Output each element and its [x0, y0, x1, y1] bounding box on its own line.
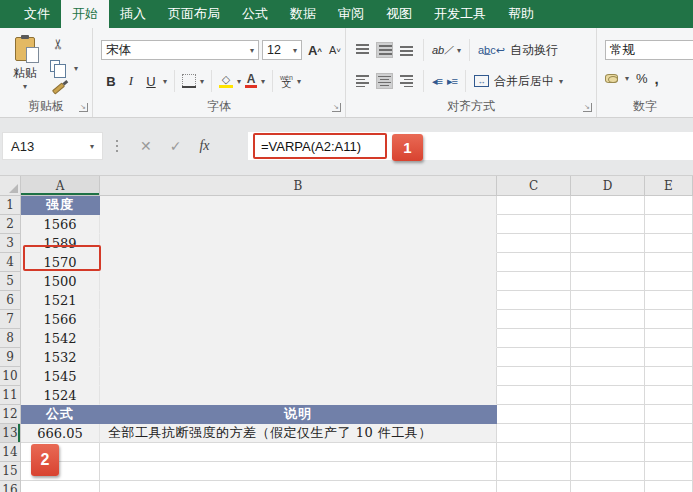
cell-E6[interactable]: [645, 291, 693, 310]
copy-button[interactable]: [50, 60, 60, 72]
cell-A2[interactable]: 1566: [21, 215, 100, 234]
ribbon-tab-6[interactable]: 审阅: [327, 0, 375, 28]
cell-D12[interactable]: [571, 405, 645, 424]
phonetic-guide-button[interactable]: wén文: [280, 75, 293, 87]
cell-E15[interactable]: [645, 462, 693, 481]
ribbon-tab-7[interactable]: 视图: [375, 0, 423, 28]
dialog-launcher-icon[interactable]: ↘: [332, 103, 341, 112]
cancel-icon[interactable]: ✕: [140, 138, 152, 154]
cell-E13[interactable]: [645, 424, 693, 443]
cell-B7[interactable]: [100, 310, 497, 329]
row-header-7[interactable]: 7: [0, 310, 21, 329]
ribbon-tab-3[interactable]: 页面布局: [157, 0, 231, 28]
cell-C9[interactable]: [497, 348, 571, 367]
align-left-button[interactable]: [354, 73, 371, 89]
wrap-text-button[interactable]: 自动换行: [510, 42, 558, 59]
cell-B1[interactable]: [100, 196, 497, 215]
cell-B9[interactable]: [100, 348, 497, 367]
cell-A9[interactable]: 1532: [21, 348, 100, 367]
cell-D4[interactable]: [571, 253, 645, 272]
row-header-10[interactable]: 10: [0, 367, 21, 386]
column-header-D[interactable]: D: [571, 176, 645, 196]
cell-D6[interactable]: [571, 291, 645, 310]
accounting-format-icon[interactable]: [605, 74, 618, 83]
row-header-9[interactable]: 9: [0, 348, 21, 367]
chevron-down-icon[interactable]: ▾: [237, 77, 241, 86]
cell-E7[interactable]: [645, 310, 693, 329]
cell-E12[interactable]: [645, 405, 693, 424]
cell-C7[interactable]: [497, 310, 571, 329]
row-header-12[interactable]: 12: [0, 405, 21, 424]
column-header-C[interactable]: C: [497, 176, 571, 196]
cell-A8[interactable]: 1542: [21, 329, 100, 348]
borders-icon[interactable]: [182, 74, 196, 88]
increase-indent-button[interactable]: ▸≡: [447, 75, 457, 88]
cell-A1[interactable]: 强度: [21, 196, 100, 215]
cell-E5[interactable]: [645, 272, 693, 291]
cell-C15[interactable]: [497, 462, 571, 481]
cell-C12[interactable]: [497, 405, 571, 424]
ribbon-tab-8[interactable]: 开发工具: [423, 0, 497, 28]
merge-center-button[interactable]: 合并后居中: [494, 73, 554, 90]
cell-E10[interactable]: [645, 367, 693, 386]
cell-E16[interactable]: [645, 481, 693, 492]
cell-A5[interactable]: 1500: [21, 272, 100, 291]
chevron-down-icon[interactable]: ▾: [163, 77, 167, 86]
cell-E3[interactable]: [645, 234, 693, 253]
cell-E14[interactable]: [645, 443, 693, 462]
chevron-down-icon[interactable]: ▾: [457, 46, 461, 55]
underline-button[interactable]: U: [143, 71, 159, 91]
cell-E11[interactable]: [645, 386, 693, 405]
ribbon-tab-1[interactable]: 开始: [61, 0, 109, 28]
cut-button[interactable]: ✂: [50, 38, 66, 50]
font-name-combo[interactable]: 宋体 ▾: [101, 40, 259, 60]
dialog-launcher-icon[interactable]: ↘: [583, 103, 592, 112]
align-right-button[interactable]: [398, 73, 415, 89]
cell-A10[interactable]: 1545: [21, 367, 100, 386]
row-header-3[interactable]: 3: [0, 234, 21, 253]
row-header-2[interactable]: 2: [0, 215, 21, 234]
font-size-combo[interactable]: 12 ▾: [262, 40, 302, 60]
align-middle-button[interactable]: [376, 42, 393, 58]
cell-D9[interactable]: [571, 348, 645, 367]
align-top-button[interactable]: [354, 42, 371, 58]
column-header-A[interactable]: A: [21, 176, 100, 196]
cell-B2[interactable]: [100, 215, 497, 234]
row-header-16[interactable]: 16: [0, 481, 21, 492]
cell-D10[interactable]: [571, 367, 645, 386]
cell-B10[interactable]: [100, 367, 497, 386]
ribbon-tab-5[interactable]: 数据: [279, 0, 327, 28]
cell-D16[interactable]: [571, 481, 645, 492]
cell-C8[interactable]: [497, 329, 571, 348]
cell-C6[interactable]: [497, 291, 571, 310]
cell-A11[interactable]: 1524: [21, 386, 100, 405]
cell-D13[interactable]: [571, 424, 645, 443]
select-all-corner[interactable]: [0, 176, 21, 196]
cell-D7[interactable]: [571, 310, 645, 329]
cell-B8[interactable]: [100, 329, 497, 348]
cell-D1[interactable]: [571, 196, 645, 215]
enter-icon[interactable]: ✓: [170, 138, 182, 154]
row-header-14[interactable]: 14: [0, 443, 21, 462]
row-header-1[interactable]: 1: [0, 196, 21, 215]
cell-D8[interactable]: [571, 329, 645, 348]
chevron-down-icon[interactable]: ▾: [625, 74, 629, 83]
decrease-indent-button[interactable]: ◂≡: [432, 75, 442, 88]
font-color-button[interactable]: A: [245, 74, 257, 88]
cell-B13[interactable]: 全部工具抗断强度的方差（假定仅生产了 10 件工具）: [100, 424, 497, 443]
cell-E8[interactable]: [645, 329, 693, 348]
cell-C5[interactable]: [497, 272, 571, 291]
cell-B4[interactable]: [100, 253, 497, 272]
ribbon-tab-4[interactable]: 公式: [231, 0, 279, 28]
percent-style-button[interactable]: %: [636, 71, 648, 86]
shrink-font-button[interactable]: A˅: [327, 40, 343, 60]
cell-C4[interactable]: [497, 253, 571, 272]
cell-C2[interactable]: [497, 215, 571, 234]
cell-B15[interactable]: [100, 462, 497, 481]
cell-C3[interactable]: [497, 234, 571, 253]
name-box-resize-handle[interactable]: [116, 140, 118, 154]
row-header-8[interactable]: 8: [0, 329, 21, 348]
cell-C14[interactable]: [497, 443, 571, 462]
cell-C13[interactable]: [497, 424, 571, 443]
chevron-down-icon[interactable]: ▾: [297, 77, 301, 86]
